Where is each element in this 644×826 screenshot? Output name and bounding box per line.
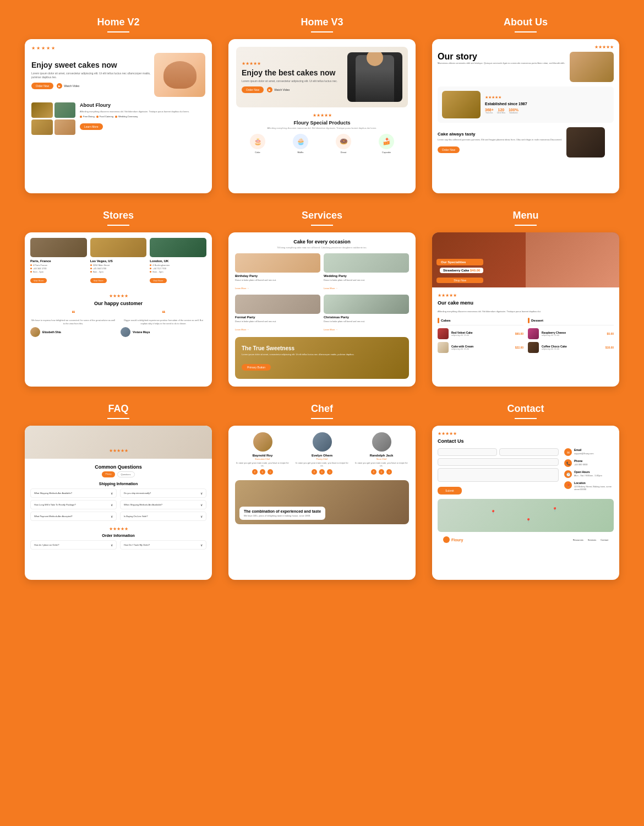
coffee-cake-price: $18.00 <box>605 346 614 349</box>
learn-more-2[interactable]: Learn More → <box>324 287 338 290</box>
sweetness-desc: Lorem ipsum dolor sit amet, consectetur … <box>242 353 402 356</box>
about-title: About Floury <box>80 102 189 108</box>
learn-more-3[interactable]: Learn More → <box>235 328 249 331</box>
vegas-hours: 8am - 5pm <box>90 270 147 273</box>
service-name-3: Formal Party <box>235 316 320 319</box>
chef-3-ig[interactable]: i <box>386 469 392 475</box>
play-icon: ▶ <box>57 83 62 89</box>
chef-figure <box>356 55 394 102</box>
stat-num-1: 368+ <box>485 108 494 112</box>
cake-icon-circle: 🎂 <box>250 134 265 149</box>
faq-item-order-1[interactable]: How do I place an Order? ∨ <box>30 540 117 550</box>
shop-button[interactable]: Shop Now <box>436 278 483 283</box>
chef-name-2: Evelyn Ohem <box>294 454 350 457</box>
tag-list: Free Dining Food Catering Wedding Ceremo… <box>80 115 189 118</box>
tasty-order-button[interactable]: Order Now <box>438 146 460 153</box>
faq-item-2[interactable]: Do you ship internationally? ∨ <box>120 488 206 498</box>
service-name-2: Wedding Party <box>324 274 409 278</box>
message-textarea[interactable] <box>438 468 559 482</box>
vegas-visit-button[interactable]: Visit Store <box>90 278 107 283</box>
contact-card: ★★★★★ Contact Us Submit ✉ <box>432 426 619 580</box>
about-stars-icon: ★★★★★ <box>594 45 614 50</box>
faq-item-order-2[interactable]: How Do I Track My Order? ∨ <box>120 540 206 550</box>
map-pin-3: 📍 <box>552 507 558 512</box>
service-wedding: Wedding Party Donut in bake plain roll b… <box>324 253 409 291</box>
paris-visit-button[interactable]: Visit Store <box>30 278 47 283</box>
faq-item-4[interactable]: When Shipping Methods Are Available? ∨ <box>120 500 206 509</box>
name-input[interactable] <box>438 448 497 456</box>
product-icons: 🎂 Cake 🧁 Muffin 🍩 Donut 🍰 Cupcake <box>236 134 408 154</box>
store-london: London, UK 4 Buckinghamton +44 712 7700 … <box>150 238 206 284</box>
section-title-stores: Stores <box>103 210 134 221</box>
chef-1-fb[interactable]: f <box>252 469 258 475</box>
learn-more-4[interactable]: Learn More → <box>324 328 338 331</box>
section-title-home-v3: Home V3 <box>301 17 343 28</box>
service-desc-1: Donut in bake plain roll bored sed nec e… <box>235 279 320 281</box>
hero-desc: Lorem ipsum dolor sit amet, consectetur … <box>31 72 154 79</box>
contact-hours-detail: Open Hours Mon - Sat / 8:00am - 5:00pm <box>574 470 602 477</box>
stat-label-1: Years Est. <box>485 112 494 114</box>
watch-video-button[interactable]: ▶ Watch Video <box>57 83 79 89</box>
v3-order-button[interactable]: Order Now <box>242 86 264 93</box>
faq-q-5: What Payment Methods Are Accepted? <box>34 515 73 518</box>
star-1: ★ <box>31 46 35 51</box>
watch-label: Watch Video <box>64 84 79 88</box>
menu-item-coffee-cake: Coffee Choco Cake adipiscing elit. Ut el… <box>528 342 614 353</box>
v3-hero-desc: Lorem ipsum dolor sit amet, consectetur … <box>242 79 337 83</box>
faq-arrow-order-1: ∨ <box>111 543 113 547</box>
stat-years: 368+ Years Est. <box>485 108 494 114</box>
section-underline-stores <box>107 225 129 226</box>
faq-hero-stars: ★★★★★ <box>29 448 208 453</box>
chef-1-tw[interactable]: t <box>260 469 265 475</box>
about-desc: Affording everything dlucomm maecenas do… <box>80 110 189 113</box>
phone-input[interactable] <box>438 458 559 466</box>
london-visit-button[interactable]: Visit Store <box>150 278 166 283</box>
order-stars-icon: ★★★★★ <box>109 526 128 531</box>
section-title-chef: Chef <box>311 403 333 415</box>
chef-2-ig[interactable]: i <box>327 469 332 475</box>
footer-nav-services[interactable]: Services <box>588 539 596 541</box>
faq-item-3[interactable]: How Long Will it Take To Rectify Package… <box>30 500 117 509</box>
london-hours: 8am - 5pm <box>150 270 206 273</box>
faq-q-6: Is Buying On-Line Safe? <box>124 515 148 518</box>
home-v3-card: ★★★★★ Enjoy the best cakes now Lorem ips… <box>228 39 416 193</box>
form-row-1 <box>438 448 559 456</box>
faq-item-5[interactable]: What Payment Methods Are Accepted? ∨ <box>30 512 117 521</box>
christmas-image <box>324 295 409 314</box>
footer-logo: Floury <box>443 536 463 543</box>
happy-customer-section: ★★★★★ Our happy customer ❝ We have to ex… <box>30 289 206 337</box>
story-text-area: Our story Maecenas ultrices venenatis ni… <box>438 52 565 82</box>
v3-watch-button[interactable]: ▶ Watch Video <box>267 87 290 93</box>
about-img-2 <box>54 102 76 118</box>
footer-nav-contact[interactable]: Contact <box>601 539 608 541</box>
chef-1-ig[interactable]: i <box>268 469 273 475</box>
map-pin-1: 📍 <box>490 510 496 515</box>
paris-image <box>30 238 87 257</box>
cake-circle <box>163 61 197 89</box>
faq-items-shipping: What Shipping Methods Are Available? ∨ D… <box>30 488 206 521</box>
product-donut: 🍩 Donut <box>336 134 351 154</box>
phone-icon: 📞 <box>564 459 572 467</box>
learn-more-1[interactable]: Learn More → <box>235 287 249 290</box>
established-title: Established since 1987 <box>485 102 527 106</box>
order-now-button[interactable]: Order Now <box>31 83 53 89</box>
faq-row-3: What Payment Methods Are Accepted? ∨ Is … <box>30 512 206 521</box>
donut-label: Donut <box>341 151 347 154</box>
testimonials: ❝ We have to express how delighted we co… <box>30 309 206 337</box>
faq-item-6[interactable]: Is Buying On-Line Safe? ∨ <box>120 512 206 521</box>
chef-2-tw[interactable]: t <box>319 469 325 475</box>
footer-nav-resources[interactable]: Resources <box>573 539 583 541</box>
submit-button[interactable]: Submit <box>438 487 462 494</box>
footer-bar: Floury Resources Services Contact <box>438 534 614 545</box>
testimonial-1: ❝ We have to express how delighted we co… <box>30 309 116 337</box>
faq-item-1[interactable]: What Shipping Methods Are Available? ∨ <box>30 488 117 498</box>
primary-button[interactable]: Primary Button <box>242 364 271 371</box>
chef-3-tw[interactable]: t <box>379 469 384 475</box>
chef-2-fb[interactable]: f <box>312 469 317 475</box>
location-val: 123 Bakery Street, Baking town, some str… <box>574 485 614 491</box>
learn-more-button[interactable]: Learn More <box>80 123 103 130</box>
chef-3-fb[interactable]: f <box>371 469 376 475</box>
service-christmas: Christmas Party Donut in bake plain roll… <box>324 295 409 333</box>
email-input[interactable] <box>499 448 559 456</box>
tag-dining: Free Dining <box>80 115 95 118</box>
